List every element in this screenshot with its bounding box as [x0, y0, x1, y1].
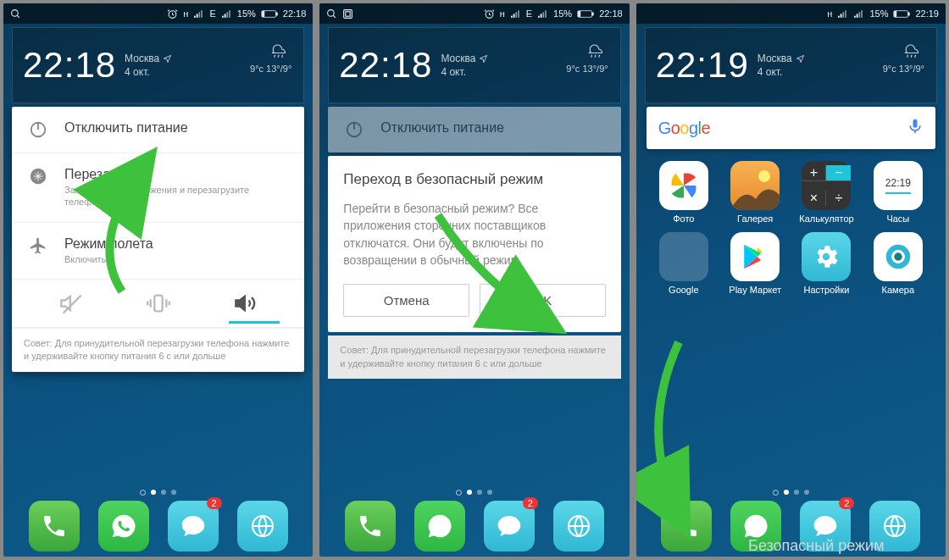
- svg-line-23: [591, 55, 591, 58]
- dialog-title: Переход в безопасный режим: [343, 171, 605, 188]
- battery-percent: 15%: [237, 8, 256, 19]
- settings-app[interactable]: Настройки: [791, 232, 862, 295]
- browser-icon[interactable]: [553, 501, 604, 552]
- network-type: E: [209, 8, 215, 19]
- silent-option[interactable]: [59, 291, 83, 315]
- svg-line-33: [911, 55, 912, 58]
- screenshot-icon: [342, 8, 353, 19]
- restart-icon: [27, 167, 49, 186]
- svg-point-36: [758, 170, 770, 182]
- dock-area: 2: [319, 490, 629, 552]
- widget-time: 22:18: [23, 45, 116, 86]
- browser-icon[interactable]: [237, 501, 288, 552]
- svg-rect-18: [346, 11, 350, 15]
- svg-line-32: [907, 55, 908, 58]
- network-indicator: н: [183, 8, 188, 19]
- svg-line-24: [595, 55, 596, 58]
- svg-rect-30: [908, 12, 910, 14]
- signal-icon-2: [221, 8, 232, 19]
- safe-mode-dialog: Переход в безопасный режим Перейти в без…: [328, 156, 620, 332]
- svg-rect-31: [895, 11, 896, 16]
- svg-line-7: [279, 55, 280, 58]
- messages-badge: 2: [207, 497, 222, 509]
- svg-rect-13: [154, 296, 162, 312]
- airplane-icon: [27, 236, 49, 255]
- status-bar: н E 15% 22:18: [3, 3, 313, 24]
- alarm-icon: [167, 8, 178, 19]
- search-icon: [326, 8, 337, 19]
- play-store-app[interactable]: Play Маркет: [719, 232, 791, 295]
- svg-rect-21: [592, 12, 594, 14]
- power-menu-dimmed: Отключить питание: [328, 107, 620, 152]
- dock-area: 2: [3, 490, 313, 552]
- clock-app[interactable]: 22:19Часы: [863, 161, 934, 224]
- airplane-mode-option[interactable]: Режим полетаВключить: [12, 223, 304, 280]
- status-bar: н E 15% 22:18: [319, 3, 629, 24]
- weather-icon: [266, 40, 291, 60]
- svg-rect-5: [262, 11, 264, 16]
- search-icon: [10, 8, 21, 19]
- google-folder[interactable]: Google: [648, 232, 719, 295]
- svg-rect-4: [275, 12, 277, 14]
- app-grid: Фото Галерея +−×÷Калькулятор 22:19Часы G…: [636, 152, 946, 303]
- dialog-body: Перейти в безопасный режим? Все приложен…: [343, 200, 605, 269]
- gallery-app[interactable]: Галерея: [719, 161, 791, 224]
- clock-weather-widget[interactable]: 22:18 Москва 4 окт. 9°c 13°/9°: [12, 27, 304, 103]
- svg-rect-22: [579, 11, 580, 16]
- sound-option[interactable]: [234, 291, 258, 315]
- phone-app-icon[interactable]: [345, 501, 396, 552]
- whatsapp-icon[interactable]: [414, 501, 465, 552]
- power-off-option[interactable]: Отключить питание: [12, 107, 304, 153]
- phone-screenshot-3: н 15% 22:19 22:19 Москва4 окт. 9°c 13°/9…: [636, 3, 946, 557]
- power-hint: Совет: Для принудительной перезагрузки т…: [12, 328, 304, 372]
- clock-weather-widget[interactable]: 22:18 Москва4 окт. 9°c 13°/9°: [328, 27, 620, 103]
- power-hint: Совет: Для принудительной перезагрузки т…: [328, 335, 620, 379]
- signal-icon: [193, 8, 204, 19]
- svg-point-0: [12, 9, 19, 16]
- svg-line-12: [63, 296, 80, 313]
- svg-rect-17: [344, 9, 352, 18]
- power-menu: Отключить питание ПерезапускЗакройте все…: [12, 107, 304, 372]
- google-logo: Google: [658, 119, 711, 138]
- battery-icon: [261, 9, 278, 19]
- phone-screenshot-1: н E 15% 22:18 22:18 Москва 4 окт. 9°c 13…: [3, 3, 313, 557]
- messages-icon[interactable]: 2: [484, 501, 535, 552]
- vibrate-option[interactable]: [147, 291, 170, 315]
- messages-icon[interactable]: 2: [168, 501, 219, 552]
- sound-mode-row: [12, 280, 304, 328]
- ok-button[interactable]: OK: [480, 284, 606, 317]
- google-search-bar[interactable]: Google: [647, 107, 935, 149]
- mic-icon[interactable]: [907, 118, 924, 138]
- phone-app-icon[interactable]: [29, 501, 80, 552]
- alarm-icon: [484, 8, 495, 19]
- svg-line-1: [17, 15, 19, 18]
- safe-mode-label: Безопасный режим: [687, 537, 946, 555]
- calculator-app[interactable]: +−×÷Калькулятор: [791, 161, 862, 224]
- whatsapp-icon[interactable]: [98, 501, 149, 552]
- widget-location: Москва 4 окт.: [125, 53, 172, 78]
- svg-line-6: [275, 55, 275, 58]
- clock-weather-widget[interactable]: 22:19 Москва4 окт. 9°c 13°/9°: [645, 27, 937, 103]
- camera-app[interactable]: Камера: [863, 232, 934, 295]
- cancel-button[interactable]: Отмена: [343, 284, 469, 317]
- page-indicator: [140, 490, 176, 496]
- svg-line-8: [282, 55, 283, 58]
- svg-line-34: [915, 55, 916, 58]
- svg-line-16: [333, 15, 336, 18]
- phone-screenshot-2: н E 15% 22:18 22:18 Москва4 окт. 9°c 13°…: [319, 3, 629, 557]
- svg-point-39: [894, 252, 902, 261]
- status-bar: н 15% 22:19: [636, 3, 946, 24]
- svg-line-25: [598, 55, 599, 58]
- power-icon: [27, 120, 49, 139]
- status-time: 22:18: [283, 8, 307, 19]
- photos-app[interactable]: Фото: [648, 161, 719, 224]
- restart-option[interactable]: ПерезапускЗакройте все приложения и пере…: [12, 153, 304, 223]
- svg-point-15: [328, 9, 335, 16]
